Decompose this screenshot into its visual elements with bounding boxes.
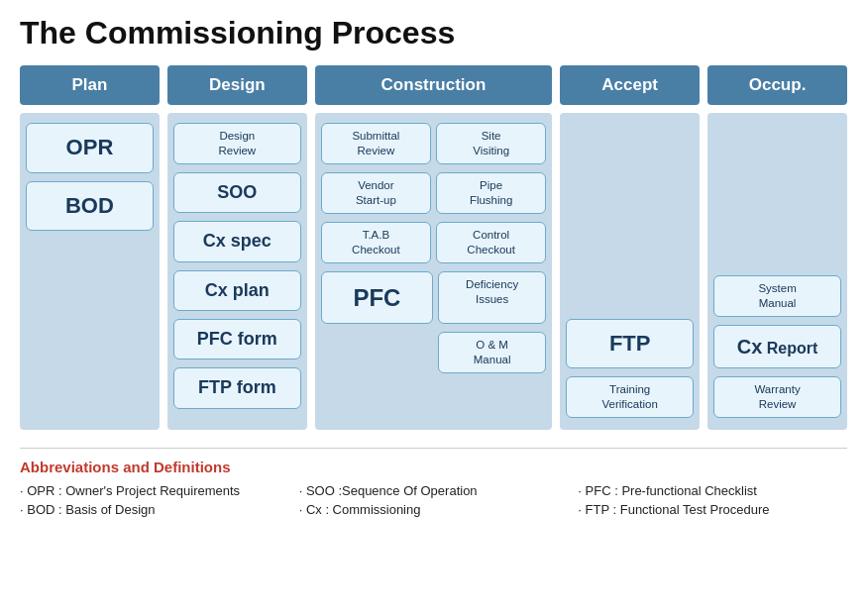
site-visiting-box: SiteVisiting (436, 123, 546, 164)
column-design: Design DesignReview SOO Cx spec Cx plan … (167, 65, 307, 430)
construction-row-3: T.A.BCheckout ControlCheckout (321, 222, 546, 263)
footer-item-1: · OPR : Owner's Project Requirements (20, 483, 289, 498)
occup-header: Occup. (707, 65, 847, 105)
footer-grid: · OPR : Owner's Project Requirements · S… (20, 483, 847, 517)
warranty-review-box: WarrantyReview (713, 376, 841, 418)
cx-report-box: Cx Report (713, 325, 841, 368)
tab-checkout-box: T.A.BCheckout (321, 222, 431, 263)
pipe-flushing-box: PipeFlushing (436, 172, 546, 214)
pfc-form-box: PFC form (173, 319, 301, 359)
system-manual-box: SystemManual (713, 275, 841, 317)
footer-item-3: · PFC : Pre-functional Checklist (578, 483, 847, 498)
training-verification-box: TrainingVerification (566, 376, 694, 418)
page-title: The Commissioning Process (20, 15, 847, 51)
cx-spec-box: Cx spec (173, 221, 301, 261)
vendor-startup-box: VendorStart-up (321, 172, 431, 214)
plan-body: OPR BOD (20, 113, 160, 430)
construction-row-4: PFC DeficiencyIssues (321, 271, 546, 324)
pfc-box: PFC (321, 271, 433, 324)
soo-box: SOO (173, 172, 301, 213)
opr-box: OPR (26, 123, 154, 173)
footer-item-2: · SOO :Sequence Of Operation (299, 483, 569, 498)
bod-box: BOD (26, 181, 154, 232)
accept-body: FTP TrainingVerification (560, 113, 700, 430)
construction-header: Construction (315, 65, 552, 105)
design-body: DesignReview SOO Cx spec Cx plan PFC for… (167, 113, 307, 430)
diagram: Plan OPR BOD Design DesignReview SOO Cx … (20, 65, 847, 430)
column-accept: Accept FTP TrainingVerification (560, 65, 700, 430)
accept-header: Accept (560, 65, 700, 105)
footer: Abbreviations and Definitions · OPR : Ow… (20, 448, 847, 517)
om-manual-box: O & MManual (438, 332, 546, 373)
design-header: Design (167, 65, 307, 105)
ftp-box: FTP (566, 319, 694, 369)
construction-row-5: O & MManual (321, 332, 546, 373)
construction-row-2: VendorStart-up PipeFlushing (321, 172, 546, 214)
footer-item-4: · BOD : Basis of Design (20, 502, 289, 517)
cx-plan-box: Cx plan (173, 270, 301, 311)
control-checkout-box: ControlCheckout (436, 222, 546, 263)
column-construction: Construction SubmittalReview SiteVisitin… (315, 65, 552, 430)
footer-item-5: · Cx : Commissioning (299, 502, 569, 517)
column-occup: Occup. SystemManual Cx Report WarrantyRe… (707, 65, 847, 430)
footer-title: Abbreviations and Definitions (20, 459, 847, 475)
plan-header: Plan (20, 65, 160, 105)
submittal-review-box: SubmittalReview (321, 123, 431, 164)
design-review-box: DesignReview (173, 123, 301, 164)
occup-body: SystemManual Cx Report WarrantyReview (707, 113, 847, 430)
construction-body: SubmittalReview SiteVisiting VendorStart… (315, 113, 552, 430)
column-plan: Plan OPR BOD (20, 65, 160, 430)
footer-item-6: · FTP : Functional Test Procedure (578, 502, 847, 517)
deficiency-issues-box: DeficiencyIssues (438, 271, 546, 324)
construction-row-1: SubmittalReview SiteVisiting (321, 123, 546, 164)
ftp-form-box: FTP form (173, 367, 301, 408)
